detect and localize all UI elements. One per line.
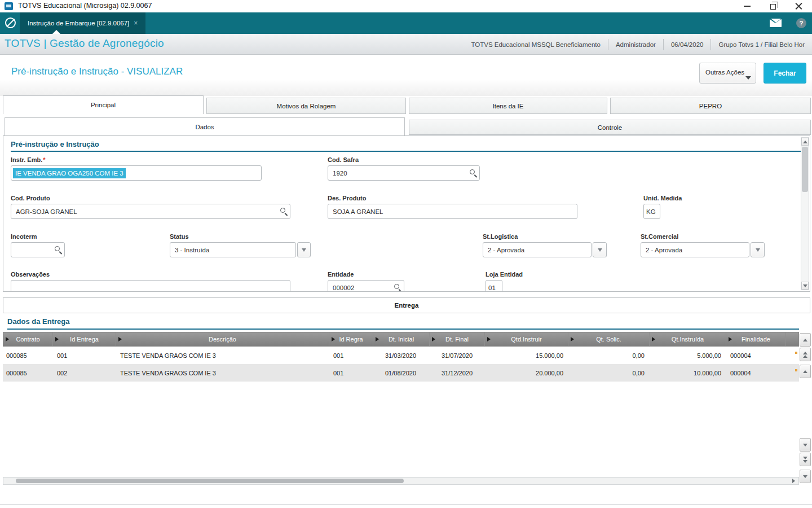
grid-column-header[interactable]: Qt. Solic. [568, 332, 650, 346]
column-arrow-icon [376, 337, 379, 341]
grid-cell: 000004 [726, 364, 785, 382]
grid-column-header[interactable]: Qt.Instruída [650, 332, 726, 346]
close-window-button[interactable] [786, 0, 812, 12]
status-select[interactable] [170, 242, 296, 257]
chevron-down-icon [302, 248, 306, 252]
grid-column-header[interactable]: Contrato [3, 332, 53, 346]
grid-column-header[interactable]: Id Entrega [53, 332, 116, 346]
column-label: Qt. Solic. [596, 336, 621, 343]
tab-close-icon[interactable]: × [134, 19, 138, 27]
field-label: Unid. Medida [643, 195, 660, 202]
grid-column-header[interactable]: Dt. Final [430, 332, 485, 346]
scrollbar-thumb[interactable] [16, 479, 404, 483]
session-info: TOTVS Educacional MSSQL Beneficiamento A… [464, 34, 812, 55]
selected-text: IE VENDA GRAO OGA250 COM IE 3 [13, 168, 126, 178]
table-row[interactable]: 000085001TESTE VENDA GRAOS COM IE 300131… [3, 347, 799, 364]
grid-scroll-up-button[interactable] [800, 365, 811, 378]
grid-last-record-button[interactable] [800, 470, 811, 483]
entrega-section-title: Dados da Entrega [7, 317, 70, 326]
mail-icon[interactable] [770, 19, 782, 27]
required-mark: * [43, 156, 45, 163]
column-label: Finalidade [742, 336, 770, 343]
tab-dados[interactable]: Dados [5, 117, 405, 135]
tab-principal[interactable]: Principal [3, 95, 204, 114]
tab-entrega[interactable]: Entrega [3, 297, 810, 313]
field-status: Status [170, 233, 311, 257]
st-comercial-dropdown-button[interactable] [751, 242, 765, 257]
date-label: 06/04/2020 [664, 41, 711, 48]
tab-controle[interactable]: Controle [409, 120, 811, 135]
search-icon[interactable] [55, 246, 60, 251]
tab-itens-da-ie[interactable]: Itens da IE [409, 98, 607, 114]
grid-scroll-down-button[interactable] [800, 438, 811, 452]
app-tab-bar: Instrução de Embarque [02.9.0067] × ? [0, 12, 812, 34]
active-tab-pointer [52, 30, 60, 34]
help-icon[interactable]: ? [796, 18, 806, 28]
column-label: Descrição [209, 336, 236, 343]
grid-column-header[interactable]: Id Regra [329, 332, 373, 346]
minimize-icon [744, 6, 751, 7]
grid-first-record-button[interactable] [800, 333, 811, 347]
branch-label[interactable]: Grupo Totvs 1 / Filial Belo Hor [711, 41, 812, 48]
grid-page-up-button[interactable] [800, 348, 811, 361]
st-logistica-select[interactable] [483, 242, 592, 257]
grid-cell: 001 [52, 347, 116, 364]
column-arrow-icon [332, 337, 335, 341]
status-dropdown-button[interactable] [297, 242, 311, 257]
grid-cell: 20.000,00 [484, 364, 568, 382]
grid-nav-column [800, 333, 811, 484]
st-comercial-select[interactable] [641, 242, 749, 257]
grid-column-header[interactable]: Qtd.Instruir [485, 332, 568, 346]
grid-header-row: ContratoId EntregaDescriçãoId RegraDt. I… [3, 332, 799, 347]
tab-label: Instrução de Embarque [02.9.0067] [28, 20, 129, 27]
scroll-down-button[interactable] [801, 282, 809, 290]
scroll-up-button[interactable] [801, 138, 809, 146]
panel-bottom-border [0, 504, 812, 505]
tab-pepro[interactable]: PEPRO [610, 98, 811, 114]
grid-cell: 0,00 [568, 347, 649, 364]
grid-column-header[interactable]: Finalidade [726, 332, 786, 346]
double-arrow-up-icon [803, 355, 807, 358]
search-icon[interactable] [470, 169, 475, 174]
user-label[interactable]: Administrador [608, 41, 663, 48]
instr-emb-input[interactable]: IE VENDA GRAO OGA250 COM IE 3 [11, 165, 262, 181]
search-icon[interactable] [280, 208, 285, 213]
observacoes-input[interactable] [11, 280, 290, 292]
column-arrow-icon [55, 337, 59, 341]
form-vertical-scrollbar[interactable] [801, 137, 809, 290]
scrollbar-thumb[interactable] [802, 147, 808, 192]
grid-page-down-button[interactable] [800, 453, 811, 466]
grid-horizontal-scrollbar[interactable] [3, 477, 799, 485]
loja-entidad-input[interactable] [486, 280, 502, 292]
tab-instrucao-embarque[interactable]: Instrução de Embarque [02.9.0067] × [20, 12, 145, 34]
restore-button[interactable] [760, 0, 786, 12]
scroll-right-button[interactable] [789, 478, 798, 484]
grid-column-header[interactable]: Dt. Inicial [373, 332, 430, 346]
field-label: Observações [11, 271, 290, 278]
grid-column-header[interactable]: Descrição [116, 332, 329, 346]
prohibition-icon[interactable] [5, 17, 16, 28]
cod-produto-input[interactable] [11, 204, 290, 219]
cod-safra-input[interactable] [328, 165, 480, 181]
search-icon[interactable] [394, 284, 399, 289]
app-window: TOTVS Educacional (Microsiga) 02.9.0067 … [0, 0, 812, 508]
chevron-down-icon [745, 76, 751, 80]
st-logistica-dropdown-button[interactable] [593, 242, 607, 257]
other-actions-button[interactable]: Outras Ações [699, 63, 756, 84]
arrow-down-icon [803, 284, 807, 287]
column-label: Contrato [16, 336, 39, 343]
close-button[interactable]: Fechar [764, 63, 806, 84]
tab-motivos-da-rolagem[interactable]: Motivos da Rolagem [206, 98, 406, 114]
column-arrow-icon [729, 337, 732, 341]
column-arrow-icon [571, 337, 574, 341]
unid-medida-input[interactable] [643, 204, 660, 219]
table-row[interactable]: 000085002TESTE VENDA GRAOS COM IE 300101… [3, 364, 799, 382]
section-underline [11, 151, 802, 152]
des-produto-input[interactable] [328, 204, 577, 219]
entidade-input[interactable] [328, 280, 404, 292]
field-incoterm: Incoterm [11, 233, 65, 257]
grid-cell: 000004 [726, 347, 785, 364]
column-arrow-icon [432, 337, 435, 341]
column-label: Qtd.Instruir [511, 336, 541, 343]
minimize-button[interactable] [734, 0, 760, 12]
